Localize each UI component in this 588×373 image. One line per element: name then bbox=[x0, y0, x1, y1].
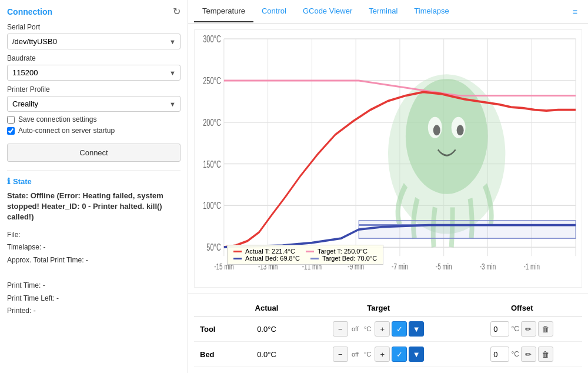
bed-actual: 0.0°C bbox=[238, 342, 295, 367]
tab-timelapse[interactable]: Timelapse bbox=[406, 1, 457, 22]
state-details: File: Timelapse: - Approx. Total Print T… bbox=[7, 229, 181, 318]
file-row: File: bbox=[7, 229, 181, 242]
connection-title: Connection bbox=[7, 7, 52, 16]
state-section: ℹ State State: Offline (Error: Heating f… bbox=[7, 170, 181, 318]
tool-offset-input[interactable] bbox=[490, 321, 509, 337]
state-section-label: State bbox=[13, 177, 32, 186]
refresh-icon[interactable]: ↻ bbox=[173, 6, 181, 17]
col-target: Target bbox=[295, 300, 462, 317]
tool-target-controls: − off °C + ✓ ▼ bbox=[301, 321, 456, 337]
tool-offset-controls: °C ✏ 🗑 bbox=[467, 321, 576, 337]
svg-text:-1 min: -1 min bbox=[523, 261, 540, 272]
tool-offset-unit: °C bbox=[511, 325, 519, 333]
print-time-row: Print Time: - bbox=[7, 279, 181, 292]
temp-table: Actual Target Offset Tool 0.0°C − off °C bbox=[194, 300, 582, 367]
bed-offset-delete-button[interactable]: 🗑 bbox=[538, 347, 553, 362]
tab-gcode-viewer[interactable]: GCode Viewer bbox=[295, 1, 360, 22]
legend-actual-bed-color bbox=[233, 258, 242, 259]
bed-target-cell: − off °C + ✓ ▼ bbox=[295, 342, 462, 367]
printed-row: Printed: - bbox=[7, 305, 181, 318]
tool-offset-edit-button[interactable]: ✏ bbox=[521, 321, 536, 337]
bed-target-controls: − off °C + ✓ ▼ bbox=[301, 347, 456, 362]
tool-target-cell: − off °C + ✓ ▼ bbox=[295, 317, 462, 342]
tab-control[interactable]: Control bbox=[253, 1, 295, 22]
svg-text:300°C: 300°C bbox=[203, 34, 221, 45]
bed-offset-edit-button[interactable]: ✏ bbox=[521, 347, 536, 362]
tool-offset-cell: °C ✏ 🗑 bbox=[462, 317, 582, 342]
timelapse-row: Timelapse: - bbox=[7, 241, 181, 254]
legend-target-bed-label: Target Bed: 70.0°C bbox=[322, 255, 377, 262]
auto-connect-checkbox[interactable] bbox=[7, 127, 15, 135]
svg-text:200°C: 200°C bbox=[203, 116, 221, 128]
info-icon: ℹ bbox=[7, 176, 10, 186]
tool-target-off: off bbox=[350, 325, 360, 332]
auto-connect-label: Auto-connect on server startup bbox=[18, 126, 115, 135]
legend-actual-bed-label: Actual Bed: 69.8°C bbox=[245, 255, 300, 262]
legend-actual-t-color bbox=[233, 251, 242, 252]
auto-connect-row: Auto-connect on server startup bbox=[7, 126, 181, 135]
svg-point-35 bbox=[457, 125, 464, 135]
bed-target-off: off bbox=[350, 351, 360, 358]
legend-bed: Actual Bed: 69.8°C Target Bed: 70.0°C bbox=[233, 255, 377, 262]
printer-profile-wrapper: Creality ▼ bbox=[7, 96, 181, 112]
legend-actual-t: Actual T: 221.4°C Target T: 250.0°C bbox=[233, 248, 377, 255]
tool-target-unit: °C bbox=[362, 325, 373, 332]
tab-bar: Temperature Control GCode Viewer Termina… bbox=[188, 0, 588, 24]
approx-row: Approx. Total Print Time: - bbox=[7, 254, 181, 267]
legend-target-t-label: Target T: 250.0°C bbox=[318, 248, 368, 255]
bed-name: Bed bbox=[194, 342, 238, 367]
bed-target-minus-button[interactable]: − bbox=[333, 347, 348, 362]
bed-target-unit: °C bbox=[362, 351, 373, 358]
baudrate-wrapper: 11520025000057600 ▼ bbox=[7, 65, 181, 81]
tab-terminal[interactable]: Terminal bbox=[360, 1, 406, 22]
temp-table-container: Actual Target Offset Tool 0.0°C − off °C bbox=[188, 294, 588, 373]
save-connection-row: Save connection settings bbox=[7, 115, 181, 124]
tab-menu-button[interactable]: ≡ bbox=[568, 5, 582, 19]
serial-port-wrapper: /dev/ttyUSB0 ▼ bbox=[7, 34, 181, 49]
serial-port-select[interactable]: /dev/ttyUSB0 bbox=[7, 34, 181, 49]
legend-actual-t-label: Actual T: 221.4°C bbox=[245, 248, 295, 255]
temp-table-header: Actual Target Offset bbox=[194, 300, 582, 317]
tool-offset-delete-button[interactable]: 🗑 bbox=[538, 321, 553, 337]
tool-target-minus-button[interactable]: − bbox=[333, 321, 348, 337]
tool-target-dropdown-button[interactable]: ▼ bbox=[409, 321, 424, 337]
tool-target-confirm-button[interactable]: ✓ bbox=[392, 321, 407, 337]
tool-name: Tool bbox=[194, 317, 238, 342]
svg-text:150°C: 150°C bbox=[203, 158, 221, 169]
svg-text:100°C: 100°C bbox=[203, 200, 221, 211]
svg-text:-7 min: -7 min bbox=[392, 261, 408, 272]
table-row: Bed 0.0°C − off °C + ✓ ▼ bbox=[194, 342, 582, 367]
bed-target-dropdown-button[interactable]: ▼ bbox=[409, 347, 424, 362]
table-row: Tool 0.0°C − off °C + ✓ ▼ bbox=[194, 317, 582, 342]
bed-offset-input[interactable] bbox=[490, 347, 509, 362]
printer-profile-select[interactable]: Creality bbox=[7, 96, 181, 112]
save-connection-checkbox[interactable] bbox=[7, 116, 15, 124]
svg-rect-36 bbox=[359, 221, 576, 238]
col-offset: Offset bbox=[462, 300, 582, 317]
tool-actual: 0.0°C bbox=[238, 317, 295, 342]
tool-target-plus-button[interactable]: + bbox=[375, 321, 390, 337]
chart-legend: Actual T: 221.4°C Target T: 250.0°C Actu… bbox=[227, 245, 383, 265]
right-panel: Temperature Control GCode Viewer Termina… bbox=[188, 0, 588, 373]
col-actual: Actual bbox=[238, 300, 295, 317]
left-panel: Connection ↻ Serial Port /dev/ttyUSB0 ▼ … bbox=[0, 0, 188, 373]
bed-target-confirm-button[interactable]: ✓ bbox=[392, 347, 407, 362]
bed-offset-unit: °C bbox=[511, 350, 519, 358]
save-connection-label: Save connection settings bbox=[18, 115, 96, 124]
printer-profile-label: Printer Profile bbox=[7, 85, 181, 94]
baudrate-label: Baudrate bbox=[7, 54, 181, 62]
svg-text:-3 min: -3 min bbox=[480, 261, 496, 272]
svg-text:-5 min: -5 min bbox=[436, 261, 452, 272]
print-time-left-row: Print Time Left: - bbox=[7, 292, 181, 305]
svg-text:50°C: 50°C bbox=[206, 242, 220, 253]
bed-target-plus-button[interactable]: + bbox=[375, 347, 390, 362]
bed-offset-controls: °C ✏ 🗑 bbox=[467, 347, 576, 362]
baudrate-select[interactable]: 11520025000057600 bbox=[7, 65, 181, 81]
connect-button[interactable]: Connect bbox=[7, 144, 181, 162]
svg-text:250°C: 250°C bbox=[203, 75, 221, 86]
tab-temperature[interactable]: Temperature bbox=[194, 1, 253, 22]
legend-target-bed-color bbox=[310, 258, 319, 259]
state-text: State: Offline (Error: Heating failed, s… bbox=[7, 191, 181, 223]
col-name bbox=[194, 300, 238, 317]
svg-point-34 bbox=[433, 125, 440, 135]
